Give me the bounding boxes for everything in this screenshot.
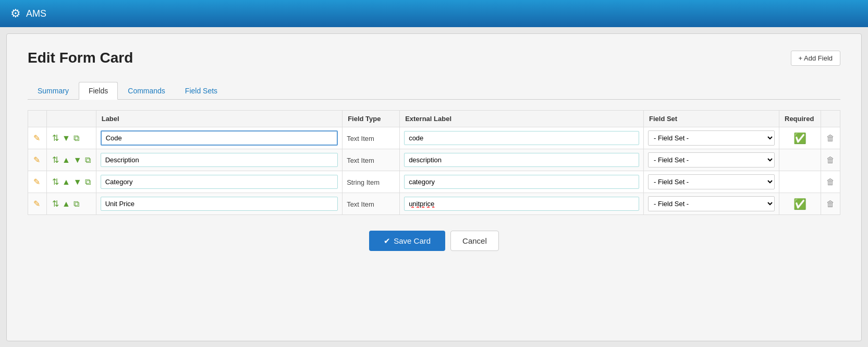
- delete-icon[interactable]: 🗑: [825, 177, 836, 187]
- col-header-label: Label: [96, 111, 342, 127]
- cancel-button[interactable]: Cancel: [450, 231, 499, 251]
- field-type-text: Text Item: [347, 135, 374, 142]
- down-icon[interactable]: ▼: [61, 133, 71, 143]
- required-check-icon: ✅: [784, 198, 816, 210]
- page-header: Edit Form Card + Add Field: [28, 50, 840, 66]
- tab-commands[interactable]: Commands: [118, 82, 175, 100]
- external-label-input[interactable]: [404, 197, 639, 211]
- edit-icon[interactable]: ✎: [32, 176, 41, 187]
- down-icon[interactable]: ▼: [72, 177, 83, 187]
- save-card-button[interactable]: ✔ Save Card: [369, 231, 445, 251]
- row-actions: ⇅ ▲ ▼ ⧉: [51, 154, 92, 165]
- table-row: ✎ ⇅ ▲ ⧉ Text Item: [28, 193, 840, 215]
- col-header-delete: [821, 111, 840, 127]
- field-set-select[interactable]: - Field Set -: [648, 174, 775, 189]
- label-input[interactable]: [101, 175, 338, 189]
- col-header-field-type: Field Type: [343, 111, 400, 127]
- field-set-select[interactable]: - Field Set -: [648, 130, 775, 146]
- external-label-input[interactable]: [404, 131, 639, 145]
- main-container: Edit Form Card + Add Field Summary Field…: [6, 33, 862, 341]
- app-icon: ⚙: [10, 7, 21, 20]
- tab-field-sets[interactable]: Field Sets: [175, 82, 227, 100]
- sort-icon[interactable]: ⇅: [51, 154, 60, 165]
- delete-icon[interactable]: 🗑: [825, 199, 836, 209]
- field-set-select[interactable]: - Field Set -: [648, 196, 775, 211]
- tab-fields[interactable]: Fields: [79, 82, 118, 100]
- copy-icon[interactable]: ⧉: [72, 199, 80, 209]
- required-check-icon: ✅: [784, 132, 816, 145]
- up-icon[interactable]: ▲: [61, 199, 71, 209]
- col-header-required: Required: [779, 111, 821, 127]
- add-field-button[interactable]: + Add Field: [791, 51, 840, 66]
- edit-icon[interactable]: ✎: [32, 154, 41, 165]
- row-actions: ⇅ ▲ ▼ ⧉: [51, 176, 92, 187]
- edit-icon[interactable]: ✎: [32, 198, 41, 209]
- field-type-text: String Item: [347, 178, 380, 186]
- sort-icon[interactable]: ⇅: [51, 176, 60, 187]
- sort-icon[interactable]: ⇅: [51, 133, 60, 143]
- up-icon[interactable]: ▲: [61, 177, 71, 187]
- label-input[interactable]: [101, 197, 338, 211]
- field-type-text: Text Item: [347, 200, 374, 208]
- table-row: ✎ ⇅ ▲ ▼ ⧉ String Item: [28, 171, 840, 193]
- tab-bar: Summary Fields Commands Field Sets: [28, 82, 840, 100]
- row-actions: ⇅ ▲ ⧉: [51, 198, 92, 209]
- copy-icon[interactable]: ⧉: [72, 133, 80, 143]
- external-label-input[interactable]: [404, 153, 639, 167]
- sort-icon[interactable]: ⇅: [51, 198, 60, 209]
- footer-buttons: ✔ Save Card Cancel: [28, 231, 840, 251]
- down-icon[interactable]: ▼: [72, 155, 83, 165]
- delete-icon[interactable]: 🗑: [825, 133, 836, 143]
- tab-summary[interactable]: Summary: [28, 82, 79, 100]
- edit-icon[interactable]: ✎: [32, 133, 41, 143]
- col-header-actions: [47, 111, 96, 127]
- table-row: ✎ ⇅ ▼ ⧉ Text Item: [28, 127, 840, 149]
- table-row: ✎ ⇅ ▲ ▼ ⧉ Text Item: [28, 149, 840, 171]
- label-input[interactable]: [101, 130, 338, 146]
- fields-table: Label Field Type External Label Field Se…: [28, 110, 840, 215]
- copy-icon[interactable]: ⧉: [84, 155, 92, 165]
- up-icon[interactable]: ▲: [61, 155, 71, 165]
- col-header-external-label: External Label: [400, 111, 644, 127]
- field-type-text: Text Item: [347, 157, 374, 164]
- row-actions: ⇅ ▼ ⧉: [51, 133, 92, 143]
- col-header-edit: [28, 111, 47, 127]
- app-title: AMS: [26, 8, 46, 19]
- checkmark-icon: ✔: [384, 236, 390, 246]
- copy-icon[interactable]: ⧉: [84, 177, 92, 187]
- page-title: Edit Form Card: [28, 50, 133, 66]
- delete-icon[interactable]: 🗑: [825, 155, 836, 165]
- external-label-input[interactable]: [404, 175, 639, 189]
- col-header-field-set: Field Set: [644, 111, 779, 127]
- app-header: ⚙ AMS: [0, 0, 868, 27]
- label-input[interactable]: [101, 153, 338, 167]
- save-label: Save Card: [394, 236, 431, 245]
- field-set-select[interactable]: - Field Set -: [648, 152, 775, 167]
